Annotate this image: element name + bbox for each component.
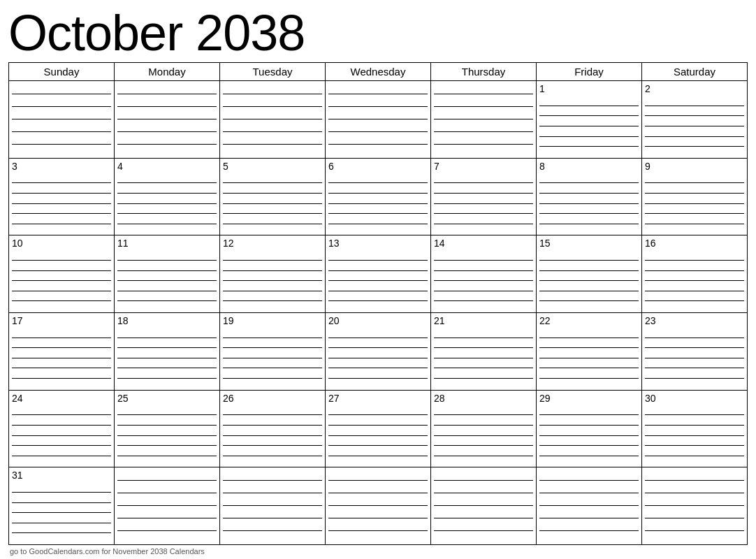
- day-cell[interactable]: 8: [537, 159, 642, 236]
- day-cell[interactable]: [431, 467, 537, 545]
- writing-line: [223, 358, 322, 358]
- day-cell[interactable]: [326, 81, 431, 159]
- writing-line: [539, 291, 639, 291]
- day-cell[interactable]: [642, 467, 748, 545]
- day-lines: [12, 484, 111, 542]
- calendar-title: October 2038: [8, 6, 748, 61]
- writing-line: [223, 182, 322, 183]
- writing-line: [12, 435, 111, 436]
- day-lines: [223, 83, 322, 155]
- day-cell[interactable]: 29: [537, 391, 642, 468]
- day-cell[interactable]: 14: [431, 235, 537, 313]
- day-cell[interactable]: 26: [220, 391, 326, 468]
- day-cell[interactable]: 18: [115, 313, 220, 391]
- day-cell[interactable]: 1: [537, 81, 642, 159]
- day-cell[interactable]: 16: [642, 235, 748, 313]
- writing-line: [434, 425, 533, 426]
- day-cell[interactable]: [431, 81, 537, 159]
- day-cell[interactable]: 22: [537, 313, 642, 391]
- day-lines: [434, 83, 533, 155]
- day-cell[interactable]: 27: [326, 391, 431, 468]
- writing-line: [645, 300, 744, 301]
- day-cell[interactable]: 11: [115, 235, 220, 313]
- day-header-saturday: Saturday: [642, 63, 748, 81]
- day-cell[interactable]: 30: [642, 391, 748, 468]
- writing-line: [12, 193, 111, 194]
- writing-line: [645, 115, 744, 116]
- day-cell[interactable]: 17: [9, 313, 115, 391]
- day-cell[interactable]: [115, 467, 220, 545]
- day-number: 19: [223, 315, 322, 326]
- day-lines: [328, 83, 428, 155]
- writing-line: [539, 347, 639, 348]
- day-cell[interactable]: 21: [431, 313, 537, 391]
- day-cell[interactable]: 19: [220, 313, 326, 391]
- day-cell[interactable]: 10: [9, 235, 115, 313]
- day-cell[interactable]: 3: [9, 159, 115, 236]
- day-cell[interactable]: 7: [431, 159, 537, 236]
- day-cell[interactable]: 2: [642, 81, 748, 159]
- writing-line: [117, 224, 217, 224]
- writing-line: [539, 480, 639, 481]
- writing-line: [645, 530, 744, 531]
- day-lines: [645, 407, 744, 465]
- writing-line: [539, 505, 639, 506]
- day-cell[interactable]: [220, 81, 326, 159]
- day-number: 16: [645, 238, 744, 249]
- day-cell[interactable]: 24: [9, 391, 115, 468]
- writing-line: [539, 280, 639, 281]
- day-cell[interactable]: [537, 467, 642, 545]
- writing-line: [12, 532, 111, 533]
- day-cell[interactable]: 28: [431, 391, 537, 468]
- day-lines: [328, 329, 428, 387]
- writing-line: [645, 337, 744, 338]
- day-cell[interactable]: 5: [220, 159, 326, 236]
- day-lines: [645, 175, 744, 233]
- day-cell[interactable]: [9, 81, 115, 159]
- footer-text: go to GoodCalendars.com for November 203…: [8, 545, 748, 556]
- writing-line: [645, 358, 744, 358]
- writing-line: [434, 213, 533, 214]
- writing-line: [328, 368, 428, 368]
- day-cell[interactable]: 6: [326, 159, 431, 236]
- writing-line: [12, 337, 111, 338]
- writing-line: [645, 493, 744, 493]
- day-cell[interactable]: 23: [642, 313, 748, 391]
- day-cell[interactable]: 12: [220, 235, 326, 313]
- writing-line: [645, 347, 744, 348]
- writing-line: [117, 203, 217, 204]
- writing-line: [434, 445, 533, 446]
- writing-line: [12, 280, 111, 281]
- day-number: 26: [223, 393, 322, 404]
- writing-line: [539, 368, 639, 368]
- writing-line: [223, 445, 322, 446]
- day-cell[interactable]: [326, 467, 431, 545]
- day-cell[interactable]: 25: [115, 391, 220, 468]
- writing-line: [328, 425, 428, 426]
- writing-line: [645, 480, 744, 481]
- day-cell[interactable]: [220, 467, 326, 545]
- day-cell[interactable]: 4: [115, 159, 220, 236]
- writing-line: [328, 414, 428, 415]
- day-cell[interactable]: 15: [537, 235, 642, 313]
- day-cell[interactable]: 20: [326, 313, 431, 391]
- day-header-monday: Monday: [115, 63, 220, 81]
- writing-line: [539, 358, 639, 358]
- writing-line: [117, 518, 217, 518]
- writing-line: [117, 456, 217, 456]
- day-number: 14: [434, 238, 533, 249]
- day-cell[interactable]: 9: [642, 159, 748, 236]
- day-cell[interactable]: [115, 81, 220, 159]
- writing-line: [223, 106, 322, 107]
- day-cell[interactable]: 13: [326, 235, 431, 313]
- writing-line: [328, 291, 428, 291]
- writing-line: [328, 224, 428, 224]
- writing-line: [539, 518, 639, 518]
- writing-line: [328, 213, 428, 214]
- writing-line: [117, 358, 217, 358]
- day-cell[interactable]: 31: [9, 467, 115, 545]
- writing-line: [223, 530, 322, 531]
- writing-line: [12, 270, 111, 271]
- writing-line: [12, 94, 111, 94]
- writing-line: [223, 347, 322, 348]
